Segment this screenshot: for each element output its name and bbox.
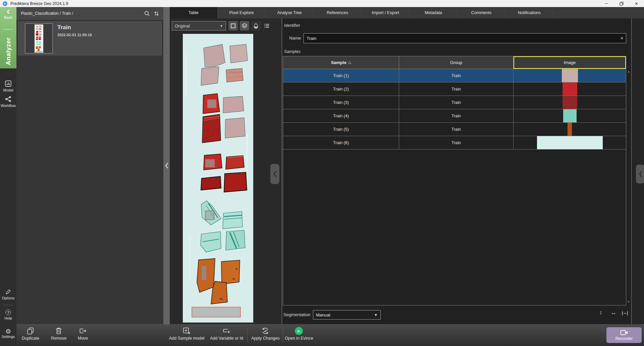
item-timestamp: 2022-02-01 11:00:16 xyxy=(57,33,92,37)
details-collapse-handle[interactable] xyxy=(636,165,644,183)
selection-box-icon xyxy=(230,23,236,28)
list-icon xyxy=(264,23,270,28)
move-icon xyxy=(79,327,87,335)
sort-icon[interactable] xyxy=(154,10,159,17)
column-header-sample[interactable]: Sample △ xyxy=(283,56,399,69)
table-row[interactable]: Train (5) Train xyxy=(283,123,626,136)
sidebar-item-model[interactable]: Model xyxy=(0,80,16,92)
model-label: Model xyxy=(3,88,13,92)
back-label: Back xyxy=(4,15,12,19)
duplicate-button[interactable]: Duplicate xyxy=(22,327,39,341)
browser-header: Plastic_Classification / Train / xyxy=(16,7,163,20)
workflow-label: Workflow xyxy=(1,104,16,108)
right-gutter xyxy=(631,18,644,324)
table-row[interactable]: Train (6) Train xyxy=(283,136,626,150)
sample-cell: Train (2) xyxy=(283,82,399,96)
bottom-toolbar: Duplicate Remove Move Add Sa xyxy=(16,324,644,346)
sample-image-thumbnail xyxy=(562,82,577,96)
rail-divider xyxy=(3,305,13,305)
item-thumbnail xyxy=(25,23,53,54)
tab-notifications[interactable]: Notifications xyxy=(505,7,553,18)
item-title: Train xyxy=(57,24,71,31)
sample-image-thumbnail xyxy=(562,96,577,109)
add-sample-model-label: Add Sample model xyxy=(169,336,205,341)
search-icon[interactable] xyxy=(144,10,150,17)
restore-button[interactable] xyxy=(614,0,629,7)
name-input[interactable] xyxy=(304,33,626,43)
open-in-evince-button[interactable]: e. Open in Evince xyxy=(285,327,313,341)
settings-label: Settings xyxy=(2,335,15,339)
tab-table[interactable]: Table xyxy=(170,7,218,18)
evince-icon: e. xyxy=(295,327,303,335)
close-button[interactable]: ✕ xyxy=(629,0,644,7)
list-item-train[interactable]: Train 2022-02-01 11:00:16 xyxy=(18,21,162,55)
image-viewer-panel: Original ▼ xyxy=(170,18,282,324)
sidebar-item-help[interactable]: ? Help xyxy=(0,309,16,320)
sidebar-item-settings[interactable]: ⚙ Settings xyxy=(0,328,16,339)
toolbar-divider xyxy=(247,327,248,342)
trash-icon xyxy=(55,327,62,335)
add-sample-model-button[interactable]: Add Sample model xyxy=(169,327,205,341)
column-header-image[interactable]: Image xyxy=(514,56,626,69)
sidebar-item-workflow[interactable]: Workflow xyxy=(0,96,16,108)
selection-box-tool-button[interactable] xyxy=(228,21,238,31)
table-scrollbar[interactable]: ▲ ▼ xyxy=(627,56,631,305)
droplet-icon xyxy=(253,23,259,29)
layers-icon xyxy=(241,23,248,29)
move-button[interactable]: Move xyxy=(78,327,88,341)
nav-rail-analyzer-section: Back Analyzer xyxy=(0,7,16,68)
column-header-group[interactable]: Group xyxy=(399,56,514,69)
back-button[interactable]: Back xyxy=(0,9,16,19)
clear-name-icon[interactable]: ✕ xyxy=(619,35,625,41)
group-cell: Train xyxy=(399,82,514,96)
viewer-collapse-handle[interactable] xyxy=(270,164,279,184)
file-browser-panel: Plastic_Classification / Train / xyxy=(16,7,163,324)
image-header-label: Image xyxy=(564,60,576,65)
apply-changes-button[interactable]: Apply Changes xyxy=(251,327,280,341)
sample-strip-image[interactable] xyxy=(183,34,253,323)
rail-divider xyxy=(3,29,13,30)
add-variable-label: Add Variable or Id xyxy=(210,336,243,341)
help-label: Help xyxy=(4,316,12,320)
tab-pixel-explore[interactable]: Pixel Explore xyxy=(218,7,266,18)
chevron-left-icon xyxy=(638,170,643,178)
contrast-tool-button[interactable] xyxy=(251,21,261,31)
layers-tool-button[interactable] xyxy=(240,21,249,31)
group-cell: Train xyxy=(399,96,514,109)
identifier-section-label: Identifier xyxy=(284,23,300,28)
app-window: b. Prediktera Breeze Geo 2024.1.9 ✕ Back xyxy=(0,0,644,346)
tab-metadata[interactable]: Metadata xyxy=(410,7,458,18)
breadcrumb[interactable]: Plastic_Classification / Train / xyxy=(21,11,73,16)
fit-width-icon[interactable] xyxy=(622,311,628,316)
video-camera-icon xyxy=(620,330,628,336)
tab-analyse-tree[interactable]: Analyse Tree xyxy=(266,7,314,18)
resize-rows-icon[interactable]: ↕ xyxy=(599,309,602,316)
scroll-up-icon[interactable]: ▲ xyxy=(627,70,630,73)
minimize-icon xyxy=(605,3,608,4)
add-variable-button[interactable]: Add Variable or Id xyxy=(210,327,243,341)
browser-collapse-strip[interactable] xyxy=(163,7,170,324)
scroll-down-icon[interactable]: ▼ xyxy=(627,300,630,303)
table-row[interactable]: Train (1) Train xyxy=(283,69,626,82)
tab-comments[interactable]: Comments xyxy=(458,7,505,18)
display-mode-select[interactable]: Original ▼ xyxy=(172,21,226,31)
recorder-button[interactable]: Recorder xyxy=(606,327,642,343)
sample-image-thumbnail xyxy=(563,109,577,122)
window-title: Prediktera Breeze Geo 2024.1.9 xyxy=(10,1,68,6)
sample-image-thumbnail xyxy=(568,123,572,136)
help-icon: ? xyxy=(5,309,11,315)
list-view-button[interactable] xyxy=(262,21,271,31)
sidebar-item-options[interactable]: Options xyxy=(0,289,16,300)
minimize-button[interactable] xyxy=(599,0,614,7)
table-row[interactable]: Train (4) Train xyxy=(283,109,626,123)
table-row[interactable]: Train (3) Train xyxy=(283,96,626,109)
tab-references[interactable]: References xyxy=(314,7,362,18)
sample-image-thumbnail xyxy=(562,69,578,82)
tab-import-export[interactable]: Import / Export xyxy=(362,7,410,18)
segmentation-select[interactable]: Manual ▼ xyxy=(313,310,381,320)
resize-columns-icon[interactable]: ↔ xyxy=(611,309,616,316)
remove-button[interactable]: Remove xyxy=(51,327,67,341)
mode-label: Analyzer xyxy=(5,37,12,65)
chevron-left-icon xyxy=(164,162,169,169)
table-row[interactable]: Train (2) Train xyxy=(283,82,626,96)
